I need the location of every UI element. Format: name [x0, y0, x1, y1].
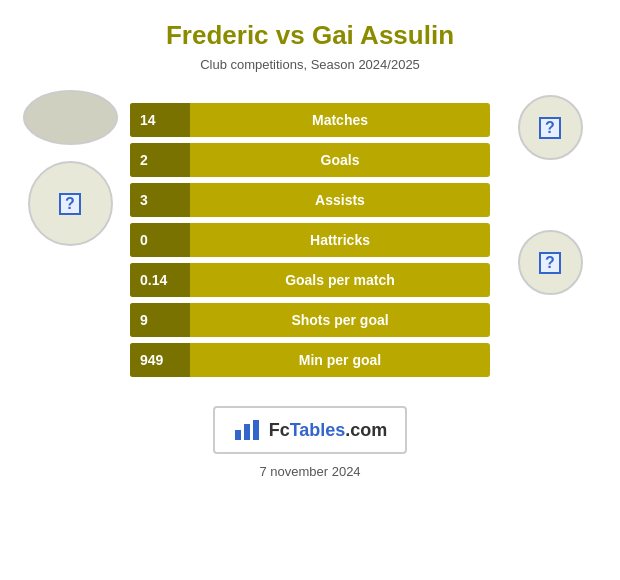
- stat-row: 9Shots per goal: [130, 303, 490, 337]
- avatar-right-top: ?: [518, 95, 583, 160]
- stat-label: Min per goal: [190, 352, 490, 368]
- page-title: Frederic vs Gai Assulin: [166, 20, 454, 51]
- page-subtitle: Club competitions, Season 2024/2025: [200, 57, 420, 72]
- stat-value: 2: [130, 143, 190, 177]
- stat-label: Matches: [190, 112, 490, 128]
- stat-row: 0.14Goals per match: [130, 263, 490, 297]
- stat-value: 9: [130, 303, 190, 337]
- avatar-left-top: [23, 90, 118, 145]
- logo-box: FcTables.com: [213, 406, 408, 454]
- stat-value: 0: [130, 223, 190, 257]
- stat-row: 949Min per goal: [130, 343, 490, 377]
- stat-row: 0Hattricks: [130, 223, 490, 257]
- avatar-left-bottom: ?: [28, 161, 113, 246]
- stat-row: 2Goals: [130, 143, 490, 177]
- main-container: Frederic vs Gai Assulin Club competition…: [0, 0, 620, 580]
- avatar-right-bottom-placeholder: ?: [539, 252, 561, 274]
- stat-label: Goals per match: [190, 272, 490, 288]
- date-text: 7 november 2024: [259, 464, 360, 479]
- logo-section: FcTables.com: [213, 406, 408, 454]
- svg-rect-0: [235, 430, 241, 440]
- stat-label: Assists: [190, 192, 490, 208]
- stat-row: 3Assists: [130, 183, 490, 217]
- svg-rect-2: [253, 420, 259, 440]
- stat-value: 0.14: [130, 263, 190, 297]
- logo-text: FcTables.com: [269, 420, 388, 441]
- avatar-left-placeholder: ?: [59, 193, 81, 215]
- left-avatars: ?: [10, 90, 130, 246]
- avatar-right-bottom: ?: [518, 230, 583, 295]
- stat-label: Hattricks: [190, 232, 490, 248]
- avatar-right-top-placeholder: ?: [539, 117, 561, 139]
- stat-value: 14: [130, 103, 190, 137]
- logo-icon: [233, 416, 261, 444]
- right-avatars: ? ?: [490, 90, 610, 295]
- stats-section: ? ? ? 14Matches2Goals3Assists0Hattricks0…: [0, 90, 620, 390]
- stat-label: Goals: [190, 152, 490, 168]
- stats-rows: 14Matches2Goals3Assists0Hattricks0.14Goa…: [130, 103, 490, 377]
- stat-row: 14Matches: [130, 103, 490, 137]
- stat-label: Shots per goal: [190, 312, 490, 328]
- svg-rect-1: [244, 424, 250, 440]
- stat-value: 949: [130, 343, 190, 377]
- stat-value: 3: [130, 183, 190, 217]
